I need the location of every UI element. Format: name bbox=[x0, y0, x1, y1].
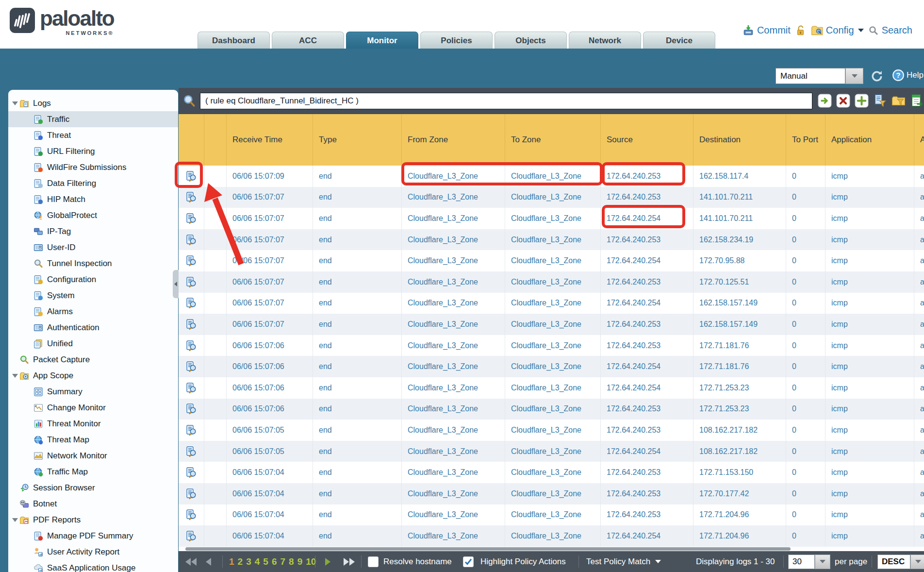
cell-to-port[interactable]: 0 bbox=[786, 314, 825, 335]
cell-destination[interactable]: 172.71.181.76 bbox=[693, 335, 786, 356]
per-page-select[interactable]: 30 bbox=[788, 555, 815, 569]
cell-to-port[interactable]: 0 bbox=[786, 462, 825, 483]
cell-from-zone[interactable]: Cloudflare_L3_Zone bbox=[402, 187, 505, 208]
sidebar-item-authentication[interactable]: Authentication bbox=[8, 320, 178, 336]
cell-to-zone[interactable]: Cloudflare_L3_Zone bbox=[505, 208, 601, 229]
first-page-button[interactable] bbox=[185, 558, 197, 566]
cell-action[interactable]: a bbox=[914, 356, 924, 377]
page-number-1[interactable]: 1 bbox=[229, 556, 234, 567]
log-detail-icon[interactable] bbox=[185, 446, 197, 457]
cell-detail[interactable] bbox=[179, 208, 204, 229]
cell-source[interactable]: 172.64.240.253 bbox=[601, 462, 693, 483]
test-policy-match-menu[interactable]: Test Policy Match bbox=[586, 557, 661, 567]
cell-receive-time[interactable]: 06/06 15:07:05 bbox=[227, 441, 313, 462]
cell-from-zone[interactable]: Cloudflare_L3_Zone bbox=[402, 335, 505, 356]
cell-receive-time[interactable]: 06/06 15:07:04 bbox=[227, 505, 313, 526]
page-number-9[interactable]: 9 bbox=[297, 556, 303, 567]
cell-source[interactable]: 172.64.240.254 bbox=[601, 356, 693, 377]
cell-receive-time[interactable]: 06/06 15:07:07 bbox=[227, 208, 313, 229]
cell-receive-time[interactable]: 06/06 15:07:07 bbox=[227, 229, 313, 251]
cell-source[interactable]: 172.64.240.254 bbox=[601, 377, 693, 399]
previous-page-button[interactable] bbox=[206, 558, 211, 566]
cell-to-port[interactable]: 0 bbox=[786, 187, 825, 208]
clear-filter-icon[interactable] bbox=[836, 94, 850, 108]
cell-to-port[interactable]: 0 bbox=[786, 483, 825, 505]
sidebar-item-url-filtering[interactable]: URL Filtering bbox=[8, 143, 178, 159]
cell-source[interactable]: 172.64.240.253 bbox=[601, 271, 693, 293]
cell-type[interactable]: end bbox=[313, 187, 402, 208]
sidebar-item-threat[interactable]: Threat bbox=[8, 127, 178, 143]
log-detail-icon[interactable] bbox=[185, 340, 197, 352]
cell-action[interactable]: a bbox=[914, 377, 924, 399]
cell-destination[interactable]: 172.71.204.96 bbox=[693, 505, 786, 526]
expand-triangle-icon[interactable] bbox=[11, 518, 19, 522]
cell-destination[interactable]: 172.70.125.51 bbox=[693, 271, 786, 293]
commit-button[interactable]: Commit bbox=[742, 25, 791, 36]
log-detail-icon[interactable] bbox=[185, 297, 197, 309]
cell-from-zone[interactable]: Cloudflare_L3_Zone bbox=[402, 525, 505, 547]
cell-to-zone[interactable]: Cloudflare_L3_Zone bbox=[505, 356, 601, 377]
log-detail-icon[interactable] bbox=[185, 530, 197, 542]
cell-to-port[interactable]: 0 bbox=[786, 335, 825, 356]
column-header-type[interactable]: Type bbox=[313, 114, 402, 166]
cell-type[interactable]: end bbox=[313, 399, 402, 420]
cell-type[interactable]: end bbox=[313, 377, 402, 399]
lock-icon[interactable] bbox=[795, 25, 807, 36]
cell-destination[interactable]: 162.158.234.19 bbox=[693, 229, 786, 251]
sidebar-item-summary[interactable]: Summary bbox=[8, 384, 178, 400]
filter-query-input[interactable]: ( rule eq Cloudflare_Tunnel_Bidirect_HC … bbox=[200, 93, 812, 109]
cell-type[interactable]: end bbox=[313, 314, 402, 335]
column-header-application[interactable]: Application bbox=[825, 114, 914, 166]
cell-from-zone[interactable]: Cloudflare_L3_Zone bbox=[402, 250, 505, 271]
cell-type[interactable]: end bbox=[313, 525, 402, 547]
cell-detail[interactable] bbox=[179, 356, 204, 377]
cell-to-port[interactable]: 0 bbox=[786, 229, 825, 251]
cell-type[interactable]: end bbox=[313, 420, 402, 441]
cell-receive-time[interactable]: 06/06 15:07:07 bbox=[227, 250, 313, 271]
cell-type[interactable]: end bbox=[313, 250, 402, 271]
log-detail-icon[interactable] bbox=[185, 424, 197, 436]
page-number-3[interactable]: 3 bbox=[246, 556, 251, 567]
cell-destination[interactable]: 172.71.253.23 bbox=[693, 399, 786, 420]
sort-order-select[interactable]: DESC bbox=[877, 555, 910, 569]
sidebar-item-traffic[interactable]: Traffic bbox=[8, 111, 178, 127]
cell-from-zone[interactable]: Cloudflare_L3_Zone bbox=[402, 229, 505, 251]
config-menu[interactable]: Config bbox=[811, 24, 864, 36]
cell-source[interactable]: 172.64.240.254 bbox=[601, 525, 693, 547]
cell-receive-time[interactable]: 06/06 15:07:07 bbox=[227, 293, 313, 314]
cell-receive-time[interactable]: 06/06 15:07:04 bbox=[227, 525, 313, 547]
sidebar-item-alarms[interactable]: Alarms bbox=[8, 303, 178, 320]
cell-destination[interactable]: 162.158.157.149 bbox=[693, 314, 786, 335]
log-detail-icon[interactable] bbox=[185, 255, 197, 267]
cell-detail[interactable] bbox=[179, 187, 204, 208]
cell-application[interactable]: icmp bbox=[825, 166, 914, 187]
cell-application[interactable]: icmp bbox=[825, 271, 914, 293]
search-menu[interactable]: Search bbox=[868, 25, 912, 36]
sidebar-item-saas-application-usage[interactable]: SaaS Application Usage bbox=[8, 560, 178, 572]
cell-detail[interactable] bbox=[179, 441, 204, 462]
cell-type[interactable]: end bbox=[313, 483, 402, 505]
cell-to-zone[interactable]: Cloudflare_L3_Zone bbox=[505, 335, 601, 356]
cell-to-zone[interactable]: Cloudflare_L3_Zone bbox=[505, 525, 601, 547]
cell-destination[interactable]: 141.101.70.211 bbox=[693, 187, 786, 208]
sidebar-item-threat-map[interactable]: Threat Map bbox=[8, 432, 178, 448]
cell-type[interactable]: end bbox=[313, 505, 402, 526]
sidebar-item-system[interactable]: System bbox=[8, 287, 178, 303]
sidebar-item-session-browser[interactable]: Session Browser bbox=[8, 480, 178, 496]
log-detail-icon[interactable] bbox=[185, 509, 197, 521]
cell-action[interactable]: a bbox=[914, 293, 924, 314]
cell-destination[interactable]: 108.162.217.182 bbox=[693, 420, 786, 441]
log-detail-icon[interactable] bbox=[185, 488, 197, 500]
cell-action[interactable]: a bbox=[914, 187, 924, 208]
refresh-mode-select[interactable]: Manual bbox=[776, 68, 863, 84]
last-page-button[interactable] bbox=[344, 558, 355, 566]
page-number-2[interactable]: 2 bbox=[238, 556, 243, 567]
next-page-button[interactable] bbox=[325, 558, 330, 566]
cell-to-zone[interactable]: Cloudflare_L3_Zone bbox=[505, 399, 601, 420]
cell-type[interactable]: end bbox=[313, 166, 402, 187]
column-header-destination[interactable]: Destination bbox=[693, 114, 786, 166]
cell-action[interactable]: a bbox=[914, 208, 924, 229]
load-filter-icon[interactable] bbox=[891, 94, 906, 108]
cell-to-port[interactable]: 0 bbox=[786, 250, 825, 271]
cell-to-port[interactable]: 0 bbox=[786, 166, 825, 187]
